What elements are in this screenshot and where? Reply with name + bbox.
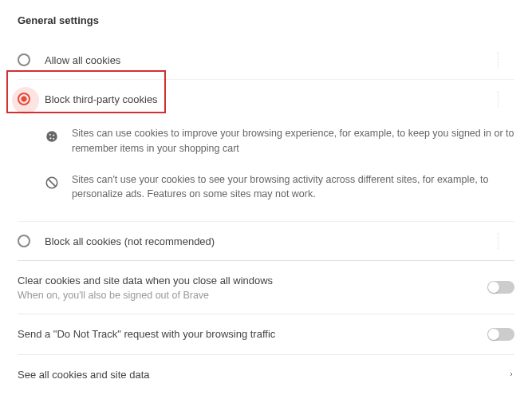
radio-checked-icon xyxy=(18,93,30,105)
toggle-off[interactable] xyxy=(487,328,514,341)
detail-text: Sites can't use your cookies to see your… xyxy=(72,172,514,203)
setting-text: Send a "Do Not Track" request with your … xyxy=(18,327,487,342)
radio-unchecked-icon xyxy=(18,53,30,66)
cookie-icon xyxy=(45,129,59,144)
setting-label: Send a "Do Not Track" request with your … xyxy=(18,327,487,342)
toggle-off[interactable] xyxy=(487,281,514,294)
setting-see-all[interactable]: See all cookies and site data xyxy=(18,355,514,395)
option-allow-all[interactable]: Allow all cookies xyxy=(18,41,514,80)
detail-text: Sites can use cookies to improve your br… xyxy=(72,126,514,156)
expand-button[interactable] xyxy=(498,233,514,249)
svg-point-3 xyxy=(50,137,52,139)
option-label: Block third-party cookies xyxy=(45,93,490,105)
setting-clear-on-close[interactable]: Clear cookies and site data when you clo… xyxy=(18,261,514,314)
setting-label: Clear cookies and site data when you clo… xyxy=(18,274,487,288)
option-label: Allow all cookies xyxy=(45,54,490,66)
option-label: Block all cookies (not recommended) xyxy=(45,235,490,247)
collapse-button[interactable] xyxy=(498,91,514,107)
setting-label: See all cookies and site data xyxy=(18,368,508,382)
arrow-right-icon xyxy=(508,369,514,381)
option-block-all[interactable]: Block all cookies (not recommended) xyxy=(18,222,514,261)
svg-point-1 xyxy=(49,134,51,136)
option-details: Sites can use cookies to improve your br… xyxy=(18,118,514,222)
expand-button[interactable] xyxy=(498,52,514,68)
setting-text: See all cookies and site data xyxy=(18,368,508,382)
setting-dnt[interactable]: Send a "Do Not Track" request with your … xyxy=(18,314,514,355)
svg-point-0 xyxy=(46,131,57,142)
block-icon xyxy=(45,176,59,190)
setting-text: Clear cookies and site data when you clo… xyxy=(18,274,487,301)
option-block-third-party[interactable]: Block third-party cookies xyxy=(18,80,514,118)
svg-line-6 xyxy=(48,179,56,187)
detail-blocked: Sites can't use your cookies to see your… xyxy=(18,164,514,211)
svg-point-2 xyxy=(53,135,54,136)
svg-point-4 xyxy=(53,138,54,140)
radio-unchecked-icon xyxy=(18,235,30,247)
section-title: General settings xyxy=(18,14,514,26)
detail-allowed: Sites can use cookies to improve your br… xyxy=(18,118,514,164)
setting-sublabel: When on, you'll also be signed out of Br… xyxy=(18,290,487,301)
